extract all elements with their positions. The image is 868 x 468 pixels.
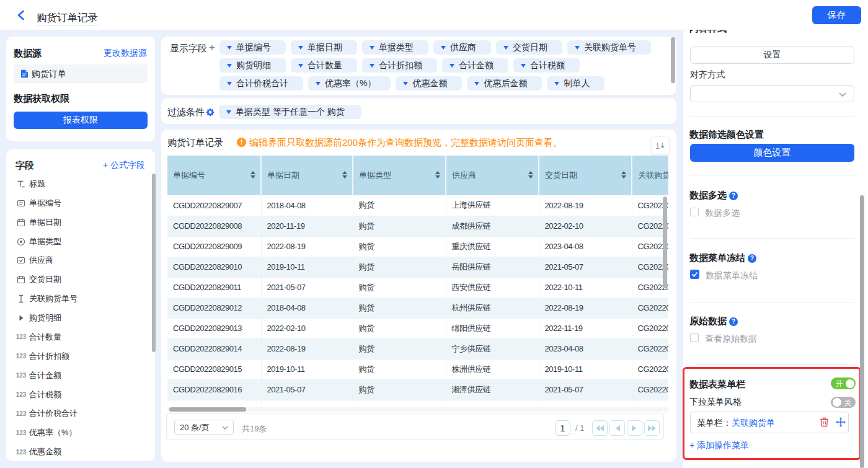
svg-text:1: 1 [655, 141, 660, 150]
